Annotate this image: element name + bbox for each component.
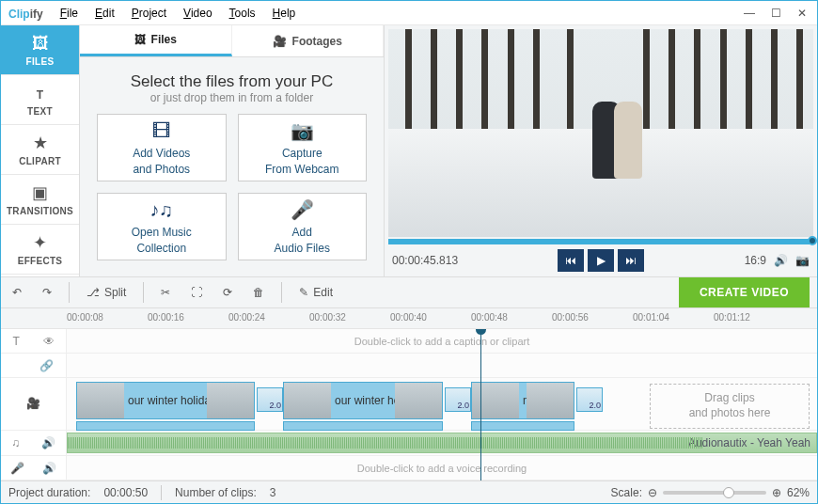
capture-webcam-button[interactable]: 📷 Capture From Webcam (238, 114, 368, 181)
edit-button[interactable]: ✎Edit (295, 283, 337, 302)
caption-track-body[interactable]: Double-click to add a caption or clipart (67, 329, 817, 353)
zoom-out-button[interactable]: ⊖ (648, 486, 657, 499)
star-icon: ★ (33, 133, 48, 153)
zoom-slider[interactable] (663, 491, 766, 495)
wand-icon: ✦ (33, 232, 47, 253)
video-track: 🎥 Drag clips and photos here our winter … (1, 378, 817, 431)
video-clip[interactable]: me and (471, 382, 574, 419)
caption-track: T👁 Double-click to add a caption or clip… (1, 329, 817, 354)
caption-hint: Double-click to add a caption or clipart (67, 329, 817, 353)
clip-thumbnail (77, 383, 124, 418)
tab-footages[interactable]: 🎥 Footages (232, 25, 385, 56)
redo-button[interactable]: ↷ (39, 283, 55, 302)
cut-button[interactable]: ✂ (157, 283, 174, 302)
transition-block[interactable]: 2.0 (576, 387, 603, 412)
tab-files[interactable]: 🖼 Files (80, 25, 232, 56)
tab-label: Files (151, 33, 177, 46)
video-track-icon: 🎥 (26, 397, 40, 410)
menu-help[interactable]: Help (265, 4, 304, 23)
clip-count: 3 (270, 486, 276, 499)
drop-zone[interactable]: Drag clips and photos here (650, 384, 810, 429)
close-button[interactable]: ✕ (789, 4, 815, 23)
edit-toolbar: ↶ ↷ ⎇Split ✂ ⛶ ⟳ 🗑 ✎Edit CREATE VIDEO (1, 276, 817, 308)
progress-knob[interactable] (808, 236, 817, 245)
audio-track-body[interactable]: Audionautix - Yeah Yeah (67, 431, 817, 455)
tab-label: Footages (292, 35, 342, 48)
timeline-ruler[interactable]: 00:00:0800:00:1600:00:2400:00:3200:00:40… (1, 308, 817, 329)
menu-video[interactable]: Video (176, 4, 219, 23)
voice-track-body[interactable]: Double-click to add a voice recording (67, 456, 817, 480)
crop-button[interactable]: ⛶ (187, 283, 206, 302)
voice-hint: Double-click to add a voice recording (67, 456, 817, 480)
music-track-icon: ♫ (11, 436, 20, 449)
left-sidebar: 🖼 FILES T TEXT ★ CLIPART ▣ TRANSITIONS ✦… (1, 25, 80, 276)
preview-progress[interactable] (388, 239, 813, 244)
split-button[interactable]: ⎇Split (83, 283, 130, 302)
speaker-icon[interactable]: 🔊 (41, 436, 55, 449)
clip-thumbnail (284, 383, 331, 418)
video-clip[interactable]: our winter holidays.mp (283, 382, 443, 419)
preview-video[interactable] (388, 29, 813, 237)
delete-button[interactable]: 🗑 (249, 283, 268, 302)
speaker-icon[interactable]: 🔊 (42, 462, 56, 475)
menu-tools[interactable]: Tools (222, 4, 263, 23)
audio-track: ♫🔊 Audionautix - Yeah Yeah (1, 431, 817, 456)
split-icon: ⎇ (87, 286, 100, 299)
menu-edit[interactable]: Edit (87, 4, 122, 23)
prev-frame-button[interactable]: ⏮ (558, 249, 584, 272)
edit-icon: ✎ (299, 286, 308, 299)
ruler-tick: 00:00:16 (148, 312, 184, 323)
transition-block[interactable]: 2.0 (445, 387, 471, 412)
ruler-tick: 00:00:40 (390, 312, 427, 323)
timeline: T👁 Double-click to add a caption or clip… (1, 329, 817, 480)
playhead[interactable] (480, 329, 481, 480)
project-duration: 00:00:50 (103, 486, 148, 499)
snapshot-icon[interactable]: 📷 (795, 254, 810, 267)
add-audio-files-button[interactable]: 🎤 Add Audio Files (238, 193, 368, 260)
transition-block[interactable]: 2.0 (257, 387, 283, 412)
eye-icon[interactable]: 👁 (43, 335, 55, 348)
sidebar-item-clipart[interactable]: ★ CLIPART (1, 125, 79, 175)
sidebar-item-text[interactable]: T TEXT (1, 75, 79, 125)
zoom-in-button[interactable]: ⊕ (772, 486, 781, 499)
panel-tabs: 🖼 Files 🎥 Footages (80, 25, 384, 57)
minimize-button[interactable]: — (736, 4, 763, 23)
link-icon[interactable]: 🔗 (39, 359, 54, 372)
add-videos-photos-button[interactable]: 🎞 Add Videos and Photos (97, 114, 227, 181)
ruler-tick: 00:00:56 (552, 312, 589, 323)
clip-thumbnail (395, 383, 442, 418)
webcam-icon: 📷 (291, 119, 314, 143)
audio-clip[interactable]: Audionautix - Yeah Yeah (67, 433, 817, 453)
play-button[interactable]: ▶ (588, 249, 614, 272)
clip-audio-bar[interactable] (76, 421, 255, 431)
zoom-thumb[interactable] (723, 487, 734, 498)
audio-clip-label: Audionautix - Yeah Yeah (688, 436, 810, 449)
clip-thumbnail (472, 383, 519, 418)
next-frame-button[interactable]: ⏭ (618, 249, 644, 272)
ruler-tick: 00:00:08 (67, 312, 103, 323)
window-controls: — ☐ ✕ (736, 4, 815, 23)
undo-button[interactable]: ↶ (8, 283, 25, 302)
clip-audio-bar[interactable] (471, 421, 574, 431)
menu-file[interactable]: File (53, 4, 86, 23)
volume-icon[interactable]: 🔊 (774, 254, 788, 267)
video-track-body[interactable]: Drag clips and photos here our winter ho… (67, 378, 817, 430)
menu-project[interactable]: Project (124, 4, 174, 23)
clip-audio-bar[interactable] (283, 421, 443, 431)
aspect-ratio[interactable]: 16:9 (745, 254, 766, 267)
sidebar-item-label: FILES (26, 56, 55, 67)
maximize-button[interactable]: ☐ (763, 4, 789, 23)
sidebar-item-files[interactable]: 🖼 FILES (1, 25, 79, 75)
open-music-collection-button[interactable]: ♪♫ Open Music Collection (97, 193, 227, 260)
create-video-button[interactable]: CREATE VIDEO (679, 277, 810, 307)
ruler-tick: 00:01:04 (633, 312, 669, 323)
audio-icon: 🎤 (291, 198, 314, 222)
sidebar-item-transitions[interactable]: ▣ TRANSITIONS (1, 175, 79, 225)
audio-waveform (68, 437, 703, 449)
sidebar-item-label: TEXT (27, 106, 53, 117)
video-clip[interactable]: our winter holidays.mp4 (76, 382, 255, 419)
clip-thumbnail (207, 383, 254, 418)
rotate-button[interactable]: ⟳ (219, 283, 236, 302)
mic-track-icon: 🎤 (10, 462, 24, 475)
sidebar-item-effects[interactable]: ✦ EFFECTS (1, 225, 79, 275)
